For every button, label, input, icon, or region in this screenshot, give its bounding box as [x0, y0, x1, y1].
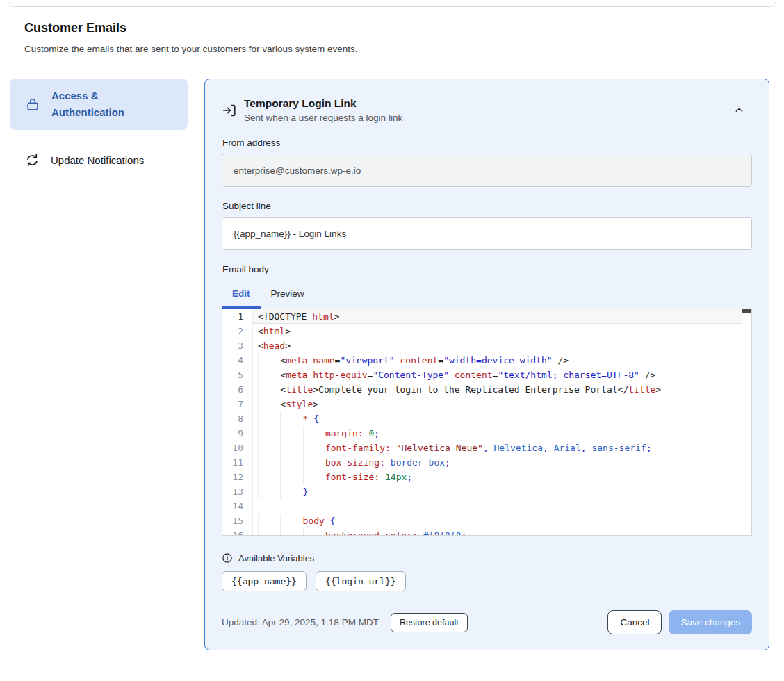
- email-body-label: Email body: [222, 264, 752, 274]
- code-editor[interactable]: 12345678910111213141516 <!DOCTYPE html><…: [222, 309, 752, 536]
- lock-icon: [25, 96, 40, 113]
- subject-line-input[interactable]: [222, 217, 752, 250]
- collapse-button[interactable]: [730, 101, 748, 119]
- code-lines[interactable]: <!DOCTYPE html><html><head><meta name="v…: [253, 309, 751, 535]
- code-line[interactable]: [258, 499, 751, 514]
- settings-sidebar: Access & Authentication Update Notificat…: [10, 79, 188, 177]
- panel-subtitle: Sent when a user requests a login link: [244, 111, 402, 125]
- panel-header: Temporary Login Link Sent when a user re…: [222, 96, 752, 125]
- code-line[interactable]: background-color: #f8f8f8;: [258, 528, 751, 535]
- page-subtitle: Customize the emails that are sent to yo…: [24, 44, 760, 54]
- panel-footer: Updated: Apr 29, 2025, 1:18 PM MDT Resto…: [222, 610, 752, 634]
- cancel-button[interactable]: Cancel: [607, 610, 662, 634]
- code-line[interactable]: <meta name="viewport" content="width=dev…: [258, 353, 751, 368]
- code-line[interactable]: box-sizing: border-box;: [258, 455, 751, 470]
- sidebar-item-access-authentication[interactable]: Access & Authentication: [10, 79, 188, 130]
- variable-chip-app-name[interactable]: {{app_name}}: [222, 571, 307, 591]
- code-line[interactable]: }: [258, 484, 751, 499]
- scrollbar-thumb[interactable]: [742, 309, 751, 313]
- available-variables-label: Available Variables: [238, 553, 314, 564]
- code-line[interactable]: <html>: [258, 324, 751, 338]
- variable-chip-login-url[interactable]: {{login_url}}: [316, 571, 406, 591]
- info-icon: [222, 552, 233, 564]
- code-line[interactable]: font-size: 14px;: [258, 470, 751, 484]
- sidebar-item-label: Update Notifications: [51, 154, 144, 166]
- code-line[interactable]: <meta http-equiv="Content-Type" content=…: [258, 368, 751, 382]
- code-line[interactable]: font-family: "Helvetica Neue", Helvetica…: [258, 441, 751, 455]
- restore-default-button[interactable]: Restore default: [391, 613, 468, 632]
- page-title: Customer Emails: [24, 21, 760, 35]
- code-line[interactable]: body {: [258, 514, 751, 528]
- from-address-label: From address: [222, 138, 752, 148]
- code-line[interactable]: <!DOCTYPE html>: [253, 309, 751, 324]
- panel-title: Temporary Login Link: [244, 96, 402, 111]
- available-variables-section: Available Variables {{app_name}} {{login…: [222, 552, 752, 591]
- page-header: Customer Emails Customize the emails tha…: [0, 0, 784, 54]
- email-settings-panel: Temporary Login Link Sent when a user re…: [204, 79, 769, 650]
- code-line[interactable]: margin: 0;: [258, 426, 751, 441]
- editor-gutter: 12345678910111213141516: [222, 309, 253, 535]
- from-address-input[interactable]: [222, 154, 752, 187]
- save-changes-button[interactable]: Save changes: [669, 610, 752, 634]
- login-icon: [222, 103, 237, 118]
- sync-icon: [25, 153, 40, 167]
- tab-edit[interactable]: Edit: [222, 283, 261, 309]
- chevron-up-icon: [733, 104, 745, 116]
- email-body-tabs: Edit Preview: [222, 283, 752, 309]
- code-line[interactable]: * {: [258, 411, 751, 426]
- updated-timestamp: Updated: Apr 29, 2025, 1:18 PM MDT: [222, 617, 379, 627]
- code-line[interactable]: <title>Complete your login to the Replic…: [258, 382, 751, 397]
- subject-line-label: Subject line: [222, 201, 752, 211]
- tab-preview[interactable]: Preview: [261, 283, 315, 309]
- editor-scrollbar[interactable]: [742, 309, 751, 535]
- sidebar-item-update-notifications[interactable]: Update Notifications: [10, 144, 188, 177]
- previous-card-edge: [7, 0, 777, 7]
- code-line[interactable]: <style>: [258, 397, 751, 411]
- sidebar-item-label: Access & Authentication: [51, 88, 142, 121]
- code-line[interactable]: <head>: [258, 338, 751, 353]
